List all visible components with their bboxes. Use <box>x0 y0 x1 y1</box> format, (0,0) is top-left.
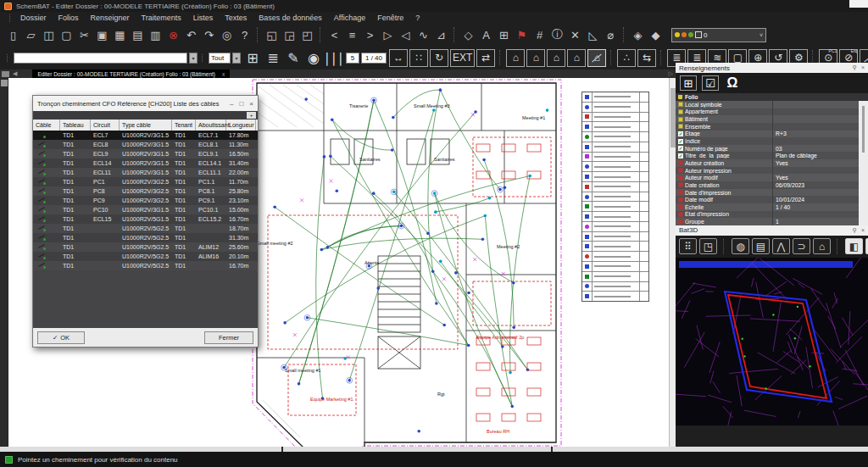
layer-selector[interactable]: 0˅ <box>671 28 766 42</box>
property-row[interactable]: ✓Titre_de_la_pagePlan de câblage <box>676 152 859 159</box>
draw-pointer-icon[interactable]: ◁ <box>397 26 415 44</box>
dialog-close-icon[interactable]: × <box>249 100 253 108</box>
column-header-6[interactable]: Longueur <box>226 120 256 131</box>
property-value[interactable]: 10/01/2024 <box>772 196 859 203</box>
red-marker-icon[interactable] <box>678 197 683 203</box>
paste-icon[interactable]: ▦ <box>111 26 129 44</box>
property-value[interactable]: Plan de câblage <box>772 152 859 159</box>
swap-view-icon[interactable]: ⇄ <box>476 49 495 67</box>
redo-icon[interactable]: ↷ <box>200 26 218 44</box>
scrollbar-thumb[interactable] <box>862 106 865 153</box>
pencil-icon[interactable]: ✎ <box>283 47 303 68</box>
pin-icon[interactable]: ⚲ <box>853 64 857 71</box>
property-row[interactable]: Auteur créationYves <box>676 159 859 167</box>
table-row[interactable]: TD1U1000R2V/5G2.5TD131.30m <box>33 233 258 242</box>
menu-item-3[interactable]: Traitements <box>136 14 187 22</box>
text-tool-icon[interactable]: A <box>477 26 495 44</box>
folio-counter-field[interactable]: 1 / 40 <box>361 53 387 64</box>
column-header-0[interactable]: Câble <box>33 120 60 131</box>
table-row[interactable]: TD1ECL9U1000R2V/3G1.5TD1ECL9.116.50m <box>33 149 258 158</box>
barcode-icon[interactable]: ∣∣∣ <box>324 47 344 68</box>
canvas-vertical-scrollbar[interactable] <box>669 78 676 447</box>
red-marker-icon[interactable] <box>678 190 683 195</box>
measure-icon[interactable]: ⊿ <box>432 26 450 44</box>
active-folio-tab[interactable]: Editer Dossier : 00-MODELE TERTIAIRE (Cr… <box>32 69 230 78</box>
property-value[interactable]: Yves <box>772 174 859 181</box>
fit-all-icon[interactable]: ∷ <box>409 49 428 67</box>
left-strip-handle[interactable] <box>1 80 8 86</box>
table-row[interactable]: TD1PC10U1000R2V/3G1.5TD1PC10.115.00m <box>33 205 258 214</box>
view-points-icon[interactable]: ⠿ <box>679 238 697 254</box>
pin-icon[interactable]: ⚲ <box>853 227 857 234</box>
filter-dropdown-button[interactable]: ▾ <box>232 53 241 64</box>
table-row[interactable]: TD1ECL14U1000R2V/3G1.5TD1ECL14.131.40m <box>33 158 258 168</box>
property-value[interactable] <box>772 137 859 145</box>
table-row[interactable]: TD1ECL7U1000R2V/3G1.5TD1ECL7.117.80m <box>33 131 258 140</box>
table-row[interactable]: TD1ECL8U1000R2V/3G1.5TD1ECL8.111.30m <box>33 140 258 149</box>
select-cursor-icon[interactable]: ▷ <box>379 26 397 44</box>
window-controls-area[interactable] <box>849 0 868 8</box>
property-row[interactable]: Auteur modifYves <box>676 174 859 181</box>
property-row[interactable]: État d'impression <box>676 211 859 219</box>
add-column-button[interactable]: + <box>247 112 256 119</box>
window-duplicate-icon[interactable]: ◰ <box>298 26 316 44</box>
thick-lines-icon[interactable]: ≣ <box>263 47 283 68</box>
selection-marquee-icon[interactable]: ▢ <box>58 26 75 44</box>
yellow-marker-icon[interactable] <box>678 124 683 129</box>
property-row[interactable]: Date modif10/01/2024 <box>676 196 859 203</box>
red-marker-icon[interactable] <box>678 220 683 225</box>
property-value[interactable] <box>772 101 859 108</box>
folio-section-header[interactable]: Folio <box>676 93 868 101</box>
menu-item-4[interactable]: Listes <box>187 14 220 22</box>
close-icon[interactable]: × <box>861 227 865 234</box>
column-header-4[interactable]: Tenant <box>172 120 196 131</box>
yellow-marker-icon[interactable] <box>678 109 683 114</box>
property-value[interactable]: R+3 <box>772 131 859 138</box>
scrollbar-thumb[interactable] <box>670 88 676 147</box>
window-validate-icon[interactable]: ◲ <box>281 26 298 44</box>
save-icon[interactable]: ◫ <box>40 26 58 44</box>
layers-stack-icon[interactable]: ◆ <box>647 26 665 44</box>
next-folio-icon[interactable]: > <box>361 26 379 44</box>
dialog-minimize-icon[interactable]: – <box>230 100 233 108</box>
yellow-marker-icon[interactable] <box>678 102 683 107</box>
grid-hash-icon[interactable]: # <box>531 26 548 44</box>
prev-tab-arrow[interactable]: ◀ <box>13 70 17 77</box>
chevron-down-icon[interactable]: ˅ <box>760 32 763 38</box>
bat3d-viewport[interactable] <box>676 258 868 425</box>
help-icon[interactable]: ? <box>236 26 253 44</box>
property-value[interactable]: Yves <box>772 159 859 167</box>
menu-item-5[interactable]: Textes <box>219 14 253 22</box>
property-value[interactable] <box>772 189 859 197</box>
table-row[interactable]: TD1U1000R2V/5G2.5TD118.70m <box>33 224 258 233</box>
set-square-icon[interactable]: ◺ <box>584 26 602 44</box>
house-walls-icon[interactable]: ⌂ <box>526 49 545 67</box>
cut-icon[interactable]: ✂ <box>75 26 93 44</box>
building-icon[interactable]: ⌂ <box>813 238 831 254</box>
copy-icon[interactable]: ▣ <box>93 26 111 44</box>
red-marker-icon[interactable] <box>678 212 683 217</box>
checked-checkbox-icon[interactable]: ✓ <box>678 131 683 136</box>
property-row[interactable]: Local symbole <box>676 101 859 108</box>
yellow-marker-icon[interactable] <box>678 117 683 122</box>
grid-size-field[interactable]: 5 <box>346 53 359 64</box>
print-labels-icon[interactable]: ▥ <box>147 26 164 44</box>
property-row[interactable]: ✓Numéro de page03 <box>676 145 859 153</box>
renseignements-title-bar[interactable]: Renseignements ⚲ × <box>676 63 868 73</box>
property-value[interactable] <box>772 211 859 219</box>
table-row[interactable]: TD1U1000R2V/5G2.5TD1ALIM1620.10m <box>33 252 258 261</box>
menu-item-2[interactable]: Renseigner <box>85 14 136 22</box>
tabstrip-handle[interactable] <box>2 71 9 77</box>
layers-icon[interactable]: ◈ <box>629 26 647 44</box>
refresh-view-icon[interactable]: ↻ <box>430 49 448 67</box>
property-value[interactable] <box>772 115 859 123</box>
property-row[interactable]: Date d'impression <box>676 189 859 197</box>
print-icon[interactable]: ▤ <box>129 26 147 44</box>
property-row[interactable]: Bâtiment <box>676 115 859 123</box>
dialog-maximize-icon[interactable]: □ <box>239 100 243 108</box>
column-header-3[interactable]: Type câble <box>120 120 172 131</box>
table-row[interactable]: TD1PC1U1000R2V/3G2.5TD1PC1.111.70m <box>33 177 258 186</box>
bat3d-title-bar[interactable]: Bat3D ⚲ × <box>676 225 868 236</box>
render-sphere-icon[interactable]: ◍ <box>732 238 749 254</box>
checked-checkbox-icon[interactable]: ✓ <box>678 153 683 158</box>
